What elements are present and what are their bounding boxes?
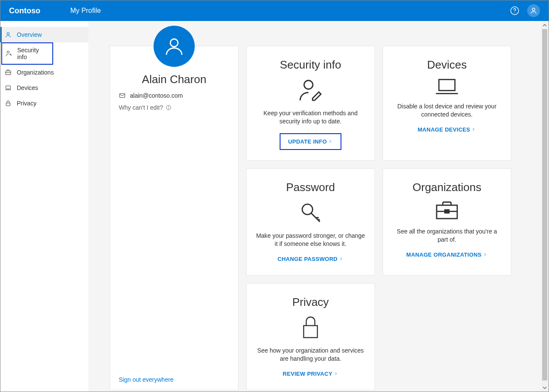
tile-devices: Devices Disable a lost device and review… [383,46,511,161]
svg-point-13 [304,81,313,89]
svg-point-9 [170,39,178,47]
person-key-icon [6,50,14,57]
tile-desc: Make your password stronger, or change i… [255,232,366,248]
chevron-right-icon [338,256,344,261]
chevron-right-icon [483,252,488,257]
profile-email: alain@contoso.com [130,92,183,99]
sidebar-item-privacy[interactable]: Privacy [0,96,88,111]
scroll-down-button[interactable] [541,384,548,391]
sidebar-item-label: Security info [17,47,49,60]
svg-point-15 [302,204,313,214]
svg-point-12 [169,106,169,107]
header: Contoso My Profile [0,0,549,21]
chevron-right-icon [328,139,333,144]
tile-desc: Keep your verification methods and secur… [255,109,366,126]
tile-title: Organizations [413,181,481,194]
profile-avatar [154,26,195,67]
sidebar-item-label: Privacy [17,100,36,107]
lock-icon [5,100,13,107]
manage-organizations-link[interactable]: MANAGE ORGANIZATIONS [406,251,487,258]
svg-point-2 [532,8,535,11]
tile-title: Password [286,181,335,194]
tile-title: Security info [280,58,341,72]
scrollbar-thumb[interactable] [542,29,547,380]
svg-rect-7 [6,86,11,89]
profile-card: Alain Charon alain@contoso.com Why can't… [110,46,238,390]
tile-security-info: Security info Keep your verification met… [246,46,375,161]
svg-rect-17 [445,210,449,213]
key-icon [298,200,323,225]
svg-rect-18 [304,326,317,338]
tile-password: Password Make your password stronger, or… [246,168,375,275]
sidebar-item-devices[interactable]: Devices [0,80,88,96]
person-icon [5,31,13,38]
sidebar-item-label: Organizations [17,69,54,76]
svg-point-5 [10,54,11,55]
mail-icon [119,92,126,99]
why-cant-edit[interactable]: Why can't I edit? [119,104,172,111]
tile-title: Devices [427,58,467,72]
svg-rect-14 [439,80,455,91]
sidebar-item-organizations[interactable]: Organizations [0,65,88,80]
briefcase-icon [5,69,13,76]
info-icon [166,105,172,111]
sidebar-item-label: Overview [17,31,42,38]
tile-desc: See how your organization and services a… [255,347,366,363]
scrollbar[interactable] [541,21,548,391]
svg-point-3 [7,33,9,35]
manage-devices-link[interactable]: MANAGE DEVICES [418,126,477,133]
sidebar-item-overview[interactable]: Overview [0,27,88,42]
tile-organizations: Organizations See all the organizations … [383,168,511,275]
help-icon[interactable] [510,6,519,15]
scroll-up-button[interactable] [541,21,548,29]
lock-icon [300,315,321,340]
tile-title: Privacy [292,296,329,309]
sidebar-item-label: Devices [17,84,38,91]
svg-rect-10 [120,93,125,97]
laptop-icon [434,78,459,96]
profile-email-row: alain@contoso.com [119,92,183,99]
svg-point-4 [7,51,9,53]
briefcase-icon [434,200,459,221]
chevron-right-icon [471,127,476,132]
tile-desc: Disable a lost device and review your co… [392,102,502,119]
tile-desc: See all the organizations that you're a … [392,227,502,244]
main-content: Alain Charon alain@contoso.com Why can't… [88,21,549,392]
brand-logo[interactable]: Contoso [9,6,40,15]
tile-privacy: Privacy See how your organization and se… [246,283,375,390]
sidebar: Overview Security info Organizations [0,21,88,392]
update-info-button[interactable]: UPDATE INFO [280,133,341,150]
sidebar-item-security-info[interactable]: Security info [1,42,53,65]
svg-rect-8 [6,103,10,106]
review-privacy-link[interactable]: REVIEW PRIVACY [283,371,338,377]
profile-name: Alain Charon [142,73,206,86]
svg-point-1 [514,12,515,13]
account-avatar[interactable] [527,4,540,17]
person-edit-icon [298,78,323,102]
change-password-link[interactable]: CHANGE PASSWORD [278,256,344,262]
page-title: My Profile [70,7,101,15]
laptop-icon [5,84,13,91]
chevron-right-icon [333,371,338,376]
sign-out-everywhere-link[interactable]: Sign out everywhere [119,376,174,383]
